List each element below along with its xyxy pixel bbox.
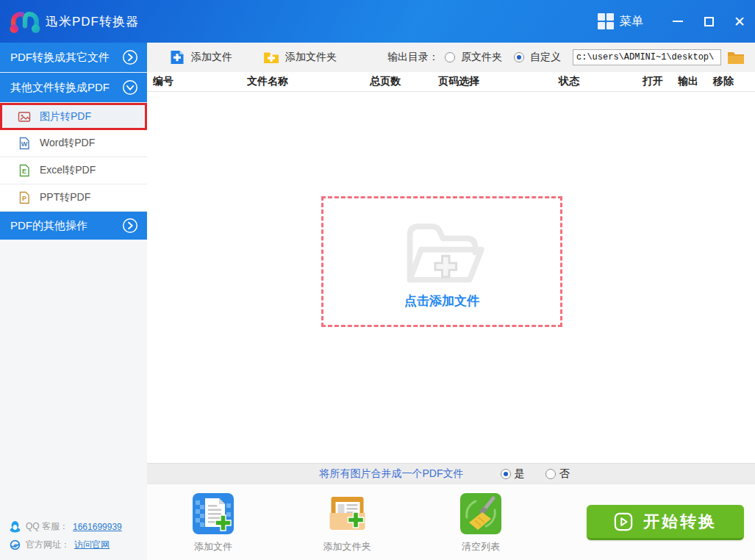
radio-merge-yes[interactable] bbox=[501, 469, 511, 479]
col-output: 输出 bbox=[678, 75, 698, 88]
qq-icon bbox=[9, 520, 21, 533]
menu-button[interactable]: 菜单 bbox=[598, 13, 643, 29]
sidebar-item-label: Excel转PDF bbox=[40, 164, 96, 177]
minimize-icon bbox=[673, 21, 683, 22]
bottom-add-folder-label: 添加文件夹 bbox=[323, 540, 371, 553]
col-open: 打开 bbox=[643, 75, 663, 88]
close-button[interactable]: ✕ bbox=[724, 0, 755, 43]
col-filename: 文件名称 bbox=[247, 75, 288, 88]
bottom-clear-list-button[interactable]: 清空列表 bbox=[460, 493, 501, 553]
radio-custom-label: 自定义 bbox=[530, 51, 561, 64]
add-file-big-icon bbox=[193, 493, 234, 534]
bottom-add-folder-button[interactable]: 添加文件夹 bbox=[323, 493, 371, 553]
col-page-select: 页码选择 bbox=[438, 75, 479, 88]
sidebar-group-other-to-pdf[interactable]: 其他文件转换成PDF bbox=[0, 73, 147, 103]
site-label: 官方网址： bbox=[26, 539, 70, 551]
col-index: 编号 bbox=[153, 75, 173, 88]
col-remove: 移除 bbox=[713, 75, 734, 88]
chevron-right-circle-icon bbox=[122, 49, 138, 65]
output-dir-label: 输出目录： bbox=[387, 51, 439, 64]
col-total-pages: 总页数 bbox=[370, 75, 401, 88]
svg-text:P: P bbox=[22, 195, 26, 202]
sidebar-group-pdf-to-other[interactable]: PDF转换成其它文件 bbox=[0, 43, 147, 73]
sidebar-item-image-to-pdf[interactable]: 图片转PDF bbox=[0, 103, 147, 130]
bottom-add-file-button[interactable]: 添加文件 bbox=[193, 493, 234, 553]
menu-label: 菜单 bbox=[620, 14, 643, 29]
close-icon: ✕ bbox=[734, 15, 745, 29]
menu-grid-icon bbox=[598, 13, 614, 29]
output-dir-group: 输出目录： 原文件夹 自定义 bbox=[387, 49, 745, 65]
start-convert-button[interactable]: 开始转换 bbox=[587, 505, 744, 540]
add-file-button[interactable]: 添加文件 bbox=[169, 49, 232, 65]
sidebar-group-pdf-other-ops[interactable]: PDF的其他操作 bbox=[0, 212, 147, 240]
add-folder-button[interactable]: 添加文件夹 bbox=[263, 49, 337, 65]
dropzone-add-files[interactable]: 点击添加文件 bbox=[321, 196, 562, 327]
chevron-down-circle-icon bbox=[122, 79, 138, 96]
word-doc-icon: W bbox=[18, 137, 31, 150]
add-file-icon bbox=[169, 49, 185, 65]
sidebar-group-label: 其他文件转换成PDF bbox=[10, 81, 110, 95]
top-toolbar: 添加文件 添加文件夹 输出目录： 原文件夹 自定义 bbox=[147, 43, 755, 72]
clear-list-big-icon bbox=[460, 493, 501, 534]
output-path-input[interactable] bbox=[573, 49, 721, 65]
sidebar-item-label: Word转PDF bbox=[40, 137, 95, 150]
bottom-action-bar: 添加文件 添加文件夹 bbox=[147, 484, 755, 560]
website-icon: e bbox=[9, 539, 21, 551]
excel-doc-icon: E bbox=[18, 164, 31, 177]
maximize-button[interactable] bbox=[693, 0, 724, 43]
qq-number-link[interactable]: 1661699939 bbox=[73, 522, 122, 532]
svg-text:E: E bbox=[22, 168, 26, 175]
add-file-label: 添加文件 bbox=[191, 51, 232, 64]
bottom-clear-list-label: 清空列表 bbox=[462, 540, 500, 553]
merge-yes-label: 是 bbox=[515, 467, 525, 481]
svg-text:W: W bbox=[21, 140, 28, 148]
official-site-link[interactable]: 访问官网 bbox=[74, 539, 110, 551]
open-folder-plus-icon bbox=[393, 214, 492, 291]
add-folder-big-icon bbox=[326, 493, 368, 534]
app-window: 迅米PDF转换器 菜单 ✕ PDF转换成其它文件 其他文件转换成 bbox=[0, 0, 755, 560]
minimize-button[interactable] bbox=[662, 0, 693, 43]
app-logo-icon bbox=[7, 5, 43, 37]
radio-original-label: 原文件夹 bbox=[461, 51, 502, 64]
image-icon bbox=[18, 110, 31, 123]
merge-option-label: 将所有图片合并成一个PDF文件 bbox=[320, 467, 464, 481]
contact-panel: QQ 客服： 1661699939 e 官方网址： 访问官网 bbox=[0, 514, 147, 560]
col-status: 状态 bbox=[559, 75, 579, 88]
sidebar-item-word-to-pdf[interactable]: W Word转PDF bbox=[0, 130, 147, 157]
browse-folder-icon[interactable] bbox=[727, 50, 745, 65]
radio-custom[interactable] bbox=[514, 52, 524, 62]
start-convert-label: 开始转换 bbox=[643, 511, 717, 533]
app-title: 迅米PDF转换器 bbox=[46, 13, 139, 30]
sidebar-item-ppt-to-pdf[interactable]: P PPT转PDF bbox=[0, 184, 147, 212]
maximize-icon bbox=[704, 17, 714, 26]
play-icon bbox=[614, 512, 633, 531]
radio-original-folder[interactable] bbox=[445, 52, 455, 62]
add-folder-icon bbox=[263, 49, 279, 65]
qq-label: QQ 客服： bbox=[26, 520, 68, 533]
sidebar: PDF转换成其它文件 其他文件转换成PDF bbox=[0, 43, 147, 560]
main-panel: 添加文件 添加文件夹 输出目录： 原文件夹 自定义 bbox=[147, 43, 755, 560]
ppt-doc-icon: P bbox=[18, 191, 31, 204]
sidebar-group-label: PDF的其他操作 bbox=[10, 219, 87, 233]
merge-option-bar: 将所有图片合并成一个PDF文件 是 否 bbox=[147, 463, 755, 484]
sidebar-group-label: PDF转换成其它文件 bbox=[10, 51, 110, 65]
sidebar-item-label: 图片转PDF bbox=[40, 110, 91, 123]
sidebar-item-label: PPT转PDF bbox=[40, 191, 90, 204]
radio-merge-no[interactable] bbox=[545, 469, 556, 479]
titlebar-controls: 菜单 ✕ bbox=[598, 0, 755, 43]
sidebar-item-excel-to-pdf[interactable]: E Excel转PDF bbox=[0, 157, 147, 184]
chevron-right-circle-icon bbox=[122, 218, 138, 234]
titlebar: 迅米PDF转换器 菜单 ✕ bbox=[0, 0, 755, 43]
merge-no-label: 否 bbox=[559, 467, 570, 481]
file-table-header: 编号 文件名称 总页数 页码选择 状态 打开 输出 移除 bbox=[147, 72, 755, 92]
dropzone-label: 点击添加文件 bbox=[404, 292, 479, 309]
file-list-area: 点击添加文件 bbox=[147, 92, 755, 463]
add-folder-label: 添加文件夹 bbox=[285, 51, 337, 64]
bottom-add-file-label: 添加文件 bbox=[194, 540, 232, 553]
svg-text:e: e bbox=[13, 541, 17, 549]
